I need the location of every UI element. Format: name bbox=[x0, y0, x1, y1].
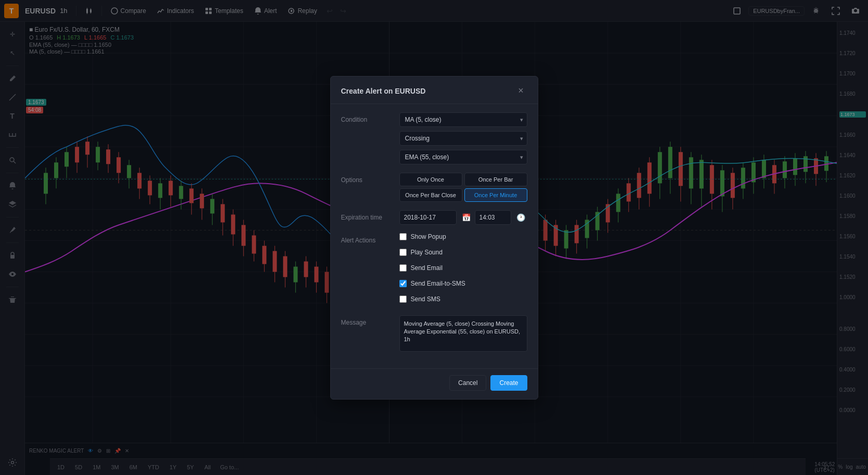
condition-row: Condition MA (5, close) Crossing Crossin… bbox=[341, 112, 527, 164]
send-email-sms-checkbox[interactable] bbox=[399, 280, 407, 287]
send-email-label[interactable]: Send Email bbox=[411, 264, 443, 272]
send-email-sms-label[interactable]: Send Email-to-SMS bbox=[411, 280, 465, 287]
create-button[interactable]: Create bbox=[490, 375, 527, 391]
expiry-controls: 📅 🕐 bbox=[399, 210, 525, 225]
message-controls: Moving Average (5, close) Crossing Movin… bbox=[399, 315, 527, 352]
send-email-checkbox[interactable] bbox=[399, 264, 407, 272]
send-sms-checkbox[interactable] bbox=[399, 296, 407, 303]
message-textarea[interactable]: Moving Average (5, close) Crossing Movin… bbox=[399, 315, 527, 352]
modal-header: Create Alert on EURUSD × bbox=[331, 76, 538, 104]
message-label: Message bbox=[341, 315, 393, 326]
option-once-per-bar[interactable]: Once Per Bar bbox=[464, 173, 527, 186]
send-sms-label[interactable]: Send SMS bbox=[411, 296, 441, 303]
play-sound-checkbox[interactable] bbox=[399, 249, 407, 256]
option-only-once[interactable]: Only Once bbox=[399, 173, 462, 186]
show-popup-checkbox[interactable] bbox=[399, 233, 407, 240]
expiration-time-input[interactable] bbox=[475, 210, 511, 225]
expiration-label: Expiration time bbox=[341, 210, 393, 221]
modal-footer: Cancel Create bbox=[331, 368, 538, 399]
condition-label: Condition bbox=[341, 112, 393, 123]
create-alert-dialog: Create Alert on EURUSD × Condition MA (5… bbox=[330, 76, 538, 400]
clock-icon: 🕐 bbox=[516, 213, 525, 222]
modal-close-button[interactable]: × bbox=[515, 85, 527, 97]
crossing-select[interactable]: Crossing Crossing Up Crossing Down Great… bbox=[399, 131, 527, 146]
options-row: Options Only Once Once Per Bar Once Per … bbox=[341, 173, 527, 202]
alert-actions-controls: Show Popup Play Sound Send Email Send Em… bbox=[399, 233, 527, 307]
condition-controls: MA (5, close) Crossing Crossing Up Cross… bbox=[399, 112, 527, 164]
calendar-icon: 📅 bbox=[462, 213, 471, 222]
send-email-sms-row: Send Email-to-SMS bbox=[399, 280, 527, 287]
modal-overlay[interactable]: Create Alert on EURUSD × Condition MA (5… bbox=[0, 0, 868, 475]
play-sound-row: Play Sound bbox=[399, 249, 527, 256]
send-sms-row: Send SMS bbox=[399, 296, 527, 303]
condition-select[interactable]: MA (5, close) bbox=[399, 112, 527, 127]
message-row: Message Moving Average (5, close) Crossi… bbox=[341, 315, 527, 352]
options-controls: Only Once Once Per Bar Once Per Bar Clos… bbox=[399, 173, 527, 202]
options-grid: Only Once Once Per Bar Once Per Bar Clos… bbox=[399, 173, 527, 202]
condition-select-wrapper: MA (5, close) bbox=[399, 112, 527, 127]
alert-actions-row: Alert Actions Show Popup Play Sound Send… bbox=[341, 233, 527, 307]
expiration-row: Expiration time 📅 🕐 bbox=[341, 210, 527, 225]
show-popup-label[interactable]: Show Popup bbox=[411, 233, 446, 240]
alert-actions-label: Alert Actions bbox=[341, 233, 393, 244]
ema-select-wrapper: EMA (55, close) bbox=[399, 150, 527, 164]
expiration-date-input[interactable] bbox=[399, 210, 457, 225]
option-once-per-minute[interactable]: Once Per Minute bbox=[464, 188, 527, 202]
option-once-per-bar-close[interactable]: Once Per Bar Close bbox=[399, 188, 462, 202]
crossing-select-wrapper: Crossing Crossing Up Crossing Down Great… bbox=[399, 131, 527, 146]
modal-body: Condition MA (5, close) Crossing Crossin… bbox=[331, 104, 538, 368]
ema-select[interactable]: EMA (55, close) bbox=[399, 150, 527, 164]
send-email-row: Send Email bbox=[399, 264, 527, 272]
cancel-button[interactable]: Cancel bbox=[449, 375, 486, 391]
play-sound-label[interactable]: Play Sound bbox=[411, 249, 443, 256]
show-popup-row: Show Popup bbox=[399, 233, 527, 240]
options-label: Options bbox=[341, 173, 393, 184]
modal-title: Create Alert on EURUSD bbox=[341, 87, 426, 95]
